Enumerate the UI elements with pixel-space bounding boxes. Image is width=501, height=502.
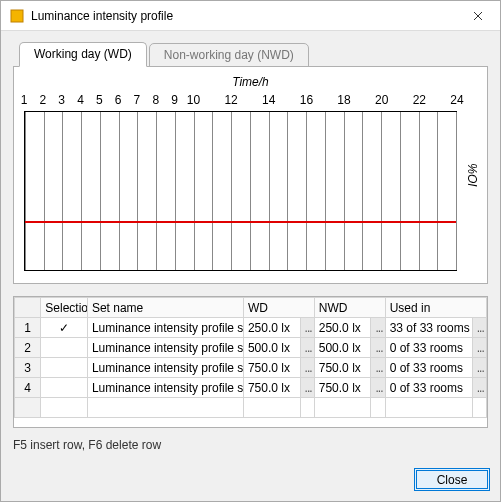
chart-x-tick: 7: [134, 93, 141, 107]
cell-used[interactable]: 33 of 33 rooms: [385, 318, 472, 338]
cell-nwd[interactable]: 250.0 lx: [314, 318, 371, 338]
chart-gridline: [250, 112, 251, 270]
cell-wd[interactable]: 750.0 lx: [243, 378, 300, 398]
chart-x-tick: 22: [413, 93, 426, 107]
cell-nwd[interactable]: 500.0 lx: [314, 338, 371, 358]
cell-used-picker[interactable]: ...: [472, 378, 486, 398]
table-header-row: Selectio Set name WD NWD Used in: [15, 298, 487, 318]
col-wd[interactable]: WD: [243, 298, 314, 318]
cell-nwd-picker[interactable]: ...: [371, 318, 385, 338]
chart-x-tick: 20: [375, 93, 388, 107]
cell-wd-picker[interactable]: ...: [300, 318, 314, 338]
chart-gridline: [325, 112, 326, 270]
app-icon: [9, 8, 25, 24]
cell-used-picker[interactable]: ...: [472, 338, 486, 358]
chart-gridline: [306, 112, 307, 270]
chart-gridline: [62, 112, 63, 270]
cell-wd[interactable]: 250.0 lx: [243, 318, 300, 338]
cell-setname[interactable]: Luminance intensity profile set ...: [87, 318, 243, 338]
chart-plot: [24, 111, 457, 271]
row-number[interactable]: 4: [15, 378, 41, 398]
row-number[interactable]: 1: [15, 318, 41, 338]
col-select[interactable]: Selectio: [41, 298, 88, 318]
cell-wd-picker[interactable]: ...: [300, 358, 314, 378]
chart-x-tick: 24: [450, 93, 463, 107]
cell-select[interactable]: [41, 338, 88, 358]
cell-used[interactable]: 0 of 33 rooms: [385, 338, 472, 358]
cell-used[interactable]: 0 of 33 rooms: [385, 378, 472, 398]
chart-gridline: [119, 112, 120, 270]
chart-area: 1234567891012141618202224: [24, 93, 457, 273]
chart-gridline: [269, 112, 270, 270]
table-row[interactable]: 3Luminance intensity profile set ...750.…: [15, 358, 487, 378]
chart-gridline: [437, 112, 438, 270]
cell-wd[interactable]: 500.0 lx: [243, 338, 300, 358]
chart-x-tick: 2: [39, 93, 46, 107]
chart-gridline: [362, 112, 363, 270]
chart-gridline: [231, 112, 232, 270]
tabs: Working day (WD) Non-working day (NWD): [13, 41, 488, 67]
col-used[interactable]: Used in: [385, 298, 486, 318]
chart-gridline: [137, 112, 138, 270]
cell-wd-picker[interactable]: ...: [300, 378, 314, 398]
table-row[interactable]: 1Luminance intensity profile set ...250.…: [15, 318, 487, 338]
col-nwd[interactable]: NWD: [314, 298, 385, 318]
chart-gridline: [212, 112, 213, 270]
chart-x-ticks: 1234567891012141618202224: [24, 93, 457, 109]
chart-x-tick: 10: [187, 93, 200, 107]
hint-text: F5 insert row, F6 delete row: [13, 438, 488, 452]
col-setname[interactable]: Set name: [87, 298, 243, 318]
cell-select[interactable]: [41, 358, 88, 378]
cell-select[interactable]: [41, 318, 88, 338]
tab-non-working-day[interactable]: Non-working day (NWD): [149, 43, 309, 67]
cell-wd-picker[interactable]: ...: [300, 338, 314, 358]
tab-working-day[interactable]: Working day (WD): [19, 42, 147, 67]
svg-rect-0: [11, 10, 23, 22]
chart-x-tick: 16: [300, 93, 313, 107]
table-row[interactable]: 2Luminance intensity profile set ...500.…: [15, 338, 487, 358]
chart-x-tick: 18: [337, 93, 350, 107]
table-row-empty[interactable]: [15, 398, 487, 418]
chart-x-tick: 1: [21, 93, 28, 107]
chart-x-tick: 5: [96, 93, 103, 107]
chart-x-tick: 6: [115, 93, 122, 107]
chart-x-title: Time/h: [24, 75, 477, 89]
cell-select[interactable]: [41, 378, 88, 398]
profiles-table: Selectio Set name WD NWD Used in 1Lumina…: [13, 296, 488, 428]
chart-x-tick: 9: [171, 93, 178, 107]
cell-nwd[interactable]: 750.0 lx: [314, 378, 371, 398]
chart-gridline: [25, 112, 26, 270]
chart-gridline: [456, 112, 457, 270]
table-row[interactable]: 4Luminance intensity profile set ...750.…: [15, 378, 487, 398]
chart-gridline: [194, 112, 195, 270]
cell-used[interactable]: 0 of 33 rooms: [385, 358, 472, 378]
chart-x-tick: 3: [58, 93, 65, 107]
chart-gridline: [381, 112, 382, 270]
close-button[interactable]: Close: [414, 468, 490, 491]
cell-setname[interactable]: Luminance intensity profile set ...: [87, 378, 243, 398]
cell-wd[interactable]: 750.0 lx: [243, 358, 300, 378]
cell-used-picker[interactable]: ...: [472, 358, 486, 378]
chart-gridline: [156, 112, 157, 270]
row-number[interactable]: 3: [15, 358, 41, 378]
window-close-button[interactable]: [455, 1, 500, 31]
cell-nwd-picker[interactable]: ...: [371, 378, 385, 398]
cell-setname[interactable]: Luminance intensity profile set ...: [87, 358, 243, 378]
chart-gridline: [81, 112, 82, 270]
chart-x-tick: 12: [224, 93, 237, 107]
chart-gridline: [175, 112, 176, 270]
titlebar[interactable]: Luminance intensity profile: [1, 1, 500, 31]
chart-gridline: [419, 112, 420, 270]
chart-gridline: [287, 112, 288, 270]
cell-nwd-picker[interactable]: ...: [371, 338, 385, 358]
chart-x-tick: 4: [77, 93, 84, 107]
cell-setname[interactable]: Luminance intensity profile set ...: [87, 338, 243, 358]
cell-nwd[interactable]: 750.0 lx: [314, 358, 371, 378]
col-rownum[interactable]: [15, 298, 41, 318]
row-number[interactable]: 2: [15, 338, 41, 358]
chart-gridline: [100, 112, 101, 270]
dialog-footer: Close: [1, 462, 500, 501]
cell-used-picker[interactable]: ...: [472, 318, 486, 338]
cell-nwd-picker[interactable]: ...: [371, 358, 385, 378]
window-title: Luminance intensity profile: [31, 9, 173, 23]
